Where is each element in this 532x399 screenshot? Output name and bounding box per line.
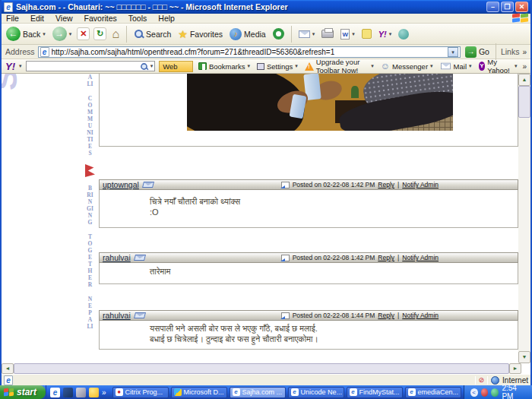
horizontal-scroll-thumb[interactable]: [14, 363, 509, 374]
messenger-dropdown-icon[interactable]: ▾: [430, 63, 433, 69]
discuss-note-icon: [362, 29, 372, 39]
notify-admin-link[interactable]: Notify Admin: [402, 312, 439, 319]
settings-dropdown-icon[interactable]: ▾: [295, 63, 298, 69]
yahoo-mail-button[interactable]: Mail ▾: [439, 62, 473, 71]
refresh-button[interactable]: ↻: [93, 27, 106, 40]
taskbar-button[interactable]: e Unicode Ne...: [288, 387, 344, 398]
yahoo-icon: Y!: [378, 30, 387, 39]
my-yahoo-dropdown-icon[interactable]: ▾: [515, 63, 518, 69]
my-yahoo-button[interactable]: Y My Yahoo! ▾: [477, 57, 519, 75]
mail-dropdown-icon[interactable]: ▾: [312, 31, 315, 37]
yahoo-mail-dropdown-icon[interactable]: ▾: [469, 63, 472, 69]
menu-help[interactable]: Help: [158, 14, 175, 23]
taskbar-button[interactable]: Microsoft D...: [171, 387, 227, 398]
stop-button[interactable]: ✕: [77, 27, 90, 40]
quicklaunch-app-icon[interactable]: [76, 388, 86, 397]
post-author-link[interactable]: rahulvai: [103, 253, 131, 262]
bookmarks-button[interactable]: Bookmarks ▾: [197, 62, 252, 71]
quicklaunch-smiley-icon[interactable]: [89, 388, 99, 397]
vertical-scroll-thumb[interactable]: [518, 86, 530, 118]
quicklaunch-app-icon[interactable]: [63, 388, 73, 397]
taskbar-button-active[interactable]: e Sajha.com ...: [230, 387, 286, 398]
yahoo-messenger-button[interactable]: ☺ Messenger ▾: [379, 61, 435, 71]
menu-edit[interactable]: Edit: [30, 14, 44, 23]
minimize-button[interactable]: –: [486, 2, 499, 12]
address-dropdown-icon[interactable]: ▾: [448, 47, 458, 57]
edit-dropdown-icon[interactable]: ▾: [352, 31, 355, 37]
reply-link[interactable]: Reply: [378, 181, 394, 188]
back-dropdown-icon[interactable]: ▾: [43, 31, 46, 37]
bookmarks-dropdown-icon[interactable]: ▾: [247, 63, 250, 69]
search-button[interactable]: Search: [132, 28, 173, 40]
web-search-button[interactable]: Web Search: [159, 61, 193, 72]
yahoo-search-dropdown-icon[interactable]: ▾: [150, 63, 154, 69]
reply-link[interactable]: Reply: [378, 254, 394, 261]
scroll-down-icon[interactable]: ▼: [518, 351, 530, 363]
mail-button[interactable]: ▾: [297, 30, 317, 39]
vertical-scrollbar[interactable]: ▲ ▼: [518, 74, 530, 363]
ie-task-icon: e: [233, 388, 240, 396]
media-button[interactable]: ♪ Media: [228, 27, 268, 41]
address-url: http://sajha.com/sajha/html/openthread.c…: [52, 48, 335, 56]
forward-button[interactable]: → ▾: [51, 26, 74, 42]
address-input[interactable]: e http://sajha.com/sajha/html/openthread…: [38, 46, 461, 58]
ie-task-icon: e: [350, 388, 357, 396]
favorites-button[interactable]: ★ Favorites: [176, 28, 224, 40]
tray-icon[interactable]: [481, 388, 489, 397]
post: rahulvai Posted on 02-22-08 1:44 PM Repl…: [99, 310, 518, 350]
sajha-logo-fragment: S: [2, 74, 24, 90]
forward-dropdown-icon[interactable]: ▾: [69, 31, 72, 37]
notify-admin-link[interactable]: Notify Admin: [402, 181, 439, 188]
nepal-flag-icon: [85, 164, 95, 177]
menu-view[interactable]: View: [55, 14, 73, 23]
settings-button[interactable]: Settings ▾: [255, 62, 299, 71]
taskbar-button[interactable]: ● Citrix Prog...: [112, 387, 169, 398]
menu-favorites[interactable]: Favorites: [84, 14, 117, 23]
history-button[interactable]: [271, 27, 286, 40]
tray-icon[interactable]: [491, 388, 499, 397]
restore-button[interactable]: ❐: [501, 2, 514, 12]
yahoo-search-input[interactable]: ▾: [26, 61, 156, 71]
notify-admin-link[interactable]: Notify Admin: [402, 254, 439, 261]
upgrade-toolbar-button[interactable]: ! Upgrade your Toolbar Now! ▾: [303, 57, 375, 75]
post-body: यसपाली भने असली बोर फस ले भएकु गाँठे, बध…: [100, 321, 518, 349]
print-button[interactable]: [320, 29, 335, 39]
reply-link[interactable]: Reply: [378, 312, 394, 319]
back-icon: ←: [6, 27, 21, 41]
quicklaunch-chevron-icon[interactable]: »: [102, 388, 106, 397]
scroll-right-icon[interactable]: ►: [509, 363, 521, 374]
yahoo-overflow-chevron-icon[interactable]: »: [522, 62, 527, 71]
yahoo-logo[interactable]: Y!: [5, 61, 15, 72]
discuss-button[interactable]: [360, 28, 373, 40]
home-button[interactable]: ⌂: [110, 27, 121, 42]
links-chevron-icon[interactable]: »: [522, 48, 527, 56]
yahoo-search-icon[interactable]: [140, 62, 147, 70]
close-button[interactable]: ✕: [515, 2, 528, 12]
send-message-icon[interactable]: [142, 182, 154, 188]
yahoo-logo-dropdown-icon[interactable]: ▾: [19, 63, 22, 69]
send-message-icon[interactable]: [134, 255, 146, 261]
menu-tools[interactable]: Tools: [128, 14, 147, 23]
quicklaunch-ie-icon[interactable]: e: [50, 388, 60, 397]
ie-task-icon: e: [291, 388, 299, 396]
taskbar-button[interactable]: e FindMyStat...: [347, 387, 403, 398]
go-button[interactable]: → Go: [464, 46, 491, 59]
menu-file[interactable]: File: [6, 14, 19, 23]
post-author-link[interactable]: uptowngal: [103, 180, 139, 189]
edit-button[interactable]: W ▾: [339, 28, 356, 40]
back-button[interactable]: ← Back ▾: [5, 26, 47, 42]
yahoo-mail-icon: [441, 63, 451, 70]
yahoo-services-button[interactable]: Y! ▾: [377, 29, 394, 40]
taskbar-button[interactable]: e emediaCen...: [405, 387, 461, 398]
upgrade-dropdown-icon[interactable]: ▾: [371, 63, 374, 69]
send-message-icon[interactable]: [134, 312, 146, 318]
tray-chevron-icon[interactable]: <: [470, 388, 478, 397]
yahoo-dropdown-icon[interactable]: ▾: [389, 31, 392, 37]
start-button[interactable]: start: [0, 385, 46, 399]
horizontal-scrollbar[interactable]: ◄ ►: [2, 363, 521, 374]
scroll-left-icon[interactable]: ◄: [2, 363, 14, 374]
scroll-up-icon[interactable]: ▲: [518, 74, 530, 86]
messenger-button[interactable]: [397, 28, 410, 40]
post-author-link[interactable]: rahulvai: [103, 311, 131, 320]
links-label[interactable]: Links: [501, 47, 520, 56]
